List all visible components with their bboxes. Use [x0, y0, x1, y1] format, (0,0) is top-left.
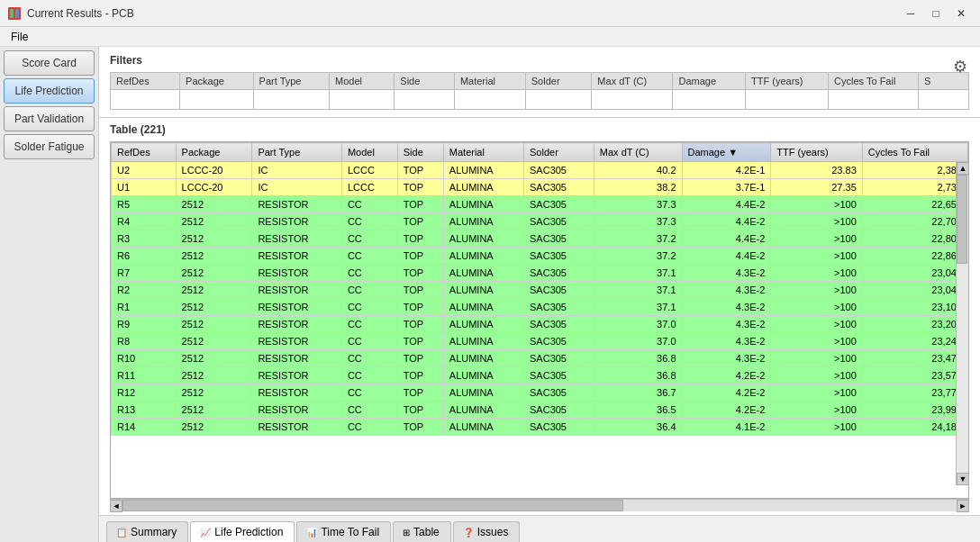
filter-input-refdes[interactable]	[111, 90, 180, 110]
close-button[interactable]: ✕	[949, 5, 973, 23]
filter-input-side[interactable]	[395, 90, 455, 110]
filter-field-refdes[interactable]	[114, 95, 176, 105]
filter-input-cycles[interactable]	[829, 90, 919, 110]
cell-max-dt: 36.5	[594, 402, 682, 419]
table-row[interactable]: U2LCCC-20ICLCCCTOPALUMINASAC30540.24.2E-…	[112, 162, 968, 179]
cell-refdes: R14	[112, 419, 177, 436]
col-header-solder[interactable]: Solder	[524, 143, 594, 162]
filter-field-s[interactable]	[922, 95, 965, 105]
sidebar-btn-life-prediction[interactable]: Life Prediction	[4, 78, 95, 104]
cell-package: 2512	[176, 230, 252, 248]
sidebar-btn-solder-fatigue[interactable]: Solder Fatigue	[4, 134, 95, 159]
cell-refdes: R13	[112, 402, 177, 419]
filter-input-solder[interactable]	[525, 90, 592, 110]
content-area: ⚙ Filters RefDes Package Part Type Model…	[99, 47, 980, 542]
table-row[interactable]: R52512RESISTORCCTOPALUMINASAC30537.34.4E…	[112, 196, 968, 213]
col-header-side[interactable]: Side	[397, 143, 443, 162]
tab-summary[interactable]: 📋 Summary	[106, 521, 188, 542]
scroll-up-btn[interactable]: ▲	[957, 162, 969, 175]
cell-material: ALUMINA	[443, 419, 523, 436]
data-table: RefDes Package Part Type Model Side Mate…	[111, 142, 968, 436]
data-table-wrapper[interactable]: RefDes Package Part Type Model Side Mate…	[110, 141, 969, 499]
filter-field-package[interactable]	[184, 95, 250, 105]
tab-time-to-fail[interactable]: 📊 Time To Fail	[296, 521, 391, 542]
filter-input-damage[interactable]	[673, 90, 746, 110]
cell-side: TOP	[397, 384, 443, 402]
table-row[interactable]: U1LCCC-20ICLCCCTOPALUMINASAC30538.23.7E-…	[112, 179, 968, 196]
col-header-damage[interactable]: Damage ▼	[682, 143, 771, 162]
cell-solder: SAC305	[524, 419, 594, 436]
filter-field-cycles[interactable]	[832, 95, 914, 105]
col-header-package[interactable]: Package	[176, 143, 252, 162]
horizontal-scrollbar[interactable]: ◄ ►	[110, 499, 969, 511]
filter-input-model[interactable]	[330, 90, 395, 110]
col-header-refdes[interactable]: RefDes	[112, 143, 177, 162]
col-header-parttype[interactable]: Part Type	[252, 143, 341, 162]
table-section: Table (221) RefDes Package Part Type Mod…	[99, 118, 980, 515]
filter-input-ttf[interactable]	[746, 90, 829, 110]
table-row[interactable]: R142512RESISTORCCTOPALUMINASAC30536.44.1…	[112, 419, 968, 436]
filter-table: RefDes Package Part Type Model Side Mate…	[110, 72, 969, 110]
col-header-material[interactable]: Material	[443, 143, 523, 162]
time-to-fail-icon: 📊	[306, 528, 317, 537]
hscroll-left-btn[interactable]: ◄	[110, 500, 122, 512]
filter-field-material[interactable]	[458, 95, 522, 105]
table-row[interactable]: R22512RESISTORCCTOPALUMINASAC30537.14.3E…	[112, 282, 968, 299]
table-row[interactable]: R82512RESISTORCCTOPALUMINASAC30537.04.3E…	[112, 333, 968, 350]
col-header-maxdt[interactable]: Max dT (C)	[594, 143, 682, 162]
filter-input-package[interactable]	[180, 90, 254, 110]
maximize-button[interactable]: □	[924, 5, 948, 23]
scroll-thumb[interactable]	[957, 175, 967, 264]
col-header-model[interactable]: Model	[341, 143, 397, 162]
cell-max-dt: 37.3	[594, 213, 682, 230]
tab-table[interactable]: ⊞ Table	[393, 521, 451, 542]
cell-refdes: U1	[112, 179, 177, 196]
table-row[interactable]: R122512RESISTORCCTOPALUMINASAC30536.74.2…	[112, 384, 968, 402]
table-row[interactable]: R32512RESISTORCCTOPALUMINASAC30537.24.4E…	[112, 230, 968, 248]
cell-ttf: >100	[771, 333, 863, 350]
cell-material: ALUMINA	[443, 316, 523, 333]
filter-field-model[interactable]	[333, 95, 390, 105]
filters-section: Filters RefDes Package Part Type Model S…	[99, 47, 980, 118]
filter-input-parttype[interactable]	[253, 90, 329, 110]
filter-input-s[interactable]	[918, 90, 968, 110]
cell-model: CC	[341, 213, 397, 230]
col-header-cycles[interactable]: Cycles To Fail	[862, 143, 967, 162]
cell-solder: SAC305	[524, 162, 594, 179]
filter-input-maxdt[interactable]	[592, 90, 673, 110]
vertical-scrollbar[interactable]: ▲ ▼	[956, 162, 968, 485]
table-row[interactable]: R102512RESISTORCCTOPALUMINASAC30536.84.3…	[112, 350, 968, 367]
tab-issues[interactable]: ❓ Issues	[453, 521, 521, 542]
filter-field-solder[interactable]	[530, 95, 588, 105]
filter-col-parttype: Part Type	[253, 73, 329, 90]
sidebar-btn-score-card[interactable]: Score Card	[4, 50, 95, 76]
cell-refdes: R3	[112, 230, 177, 248]
filter-input-material[interactable]	[454, 90, 525, 110]
hscroll-thumb[interactable]	[122, 500, 623, 511]
cell-solder: SAC305	[524, 282, 594, 299]
filter-field-ttf[interactable]	[749, 95, 824, 105]
table-row[interactable]: R42512RESISTORCCTOPALUMINASAC30537.34.4E…	[112, 213, 968, 230]
table-row[interactable]: R112512RESISTORCCTOPALUMINASAC30536.84.2…	[112, 367, 968, 384]
filter-field-maxdt[interactable]	[595, 95, 668, 105]
col-header-ttf[interactable]: TTF (years)	[771, 143, 863, 162]
filter-field-parttype[interactable]	[258, 95, 325, 105]
cell-refdes: R4	[112, 213, 177, 230]
minimize-button[interactable]: ─	[899, 5, 922, 23]
filter-field-side[interactable]	[398, 95, 450, 105]
table-row[interactable]: R12512RESISTORCCTOPALUMINASAC30537.14.3E…	[112, 299, 968, 316]
hscroll-right-btn[interactable]: ►	[957, 500, 969, 512]
scroll-down-btn[interactable]: ▼	[957, 473, 969, 485]
sidebar-btn-part-validation[interactable]: Part Validation	[4, 106, 95, 131]
table-row[interactable]: R132512RESISTORCCTOPALUMINASAC30536.54.2…	[112, 402, 968, 419]
table-row[interactable]: R92512RESISTORCCTOPALUMINASAC30537.04.3E…	[112, 316, 968, 333]
settings-button[interactable]: ⚙	[948, 54, 973, 79]
cell-side: TOP	[397, 282, 443, 299]
filter-field-damage[interactable]	[676, 95, 741, 105]
menu-file[interactable]: File	[4, 29, 35, 45]
table-row[interactable]: R62512RESISTORCCTOPALUMINASAC30537.24.4E…	[112, 248, 968, 265]
table-row[interactable]: R72512RESISTORCCTOPALUMINASAC30537.14.3E…	[112, 265, 968, 282]
tab-life-prediction[interactable]: 📈 Life Prediction	[190, 521, 295, 542]
cell-solder: SAC305	[524, 402, 594, 419]
titlebar: Current Results - PCB ─ □ ✕	[0, 0, 980, 27]
